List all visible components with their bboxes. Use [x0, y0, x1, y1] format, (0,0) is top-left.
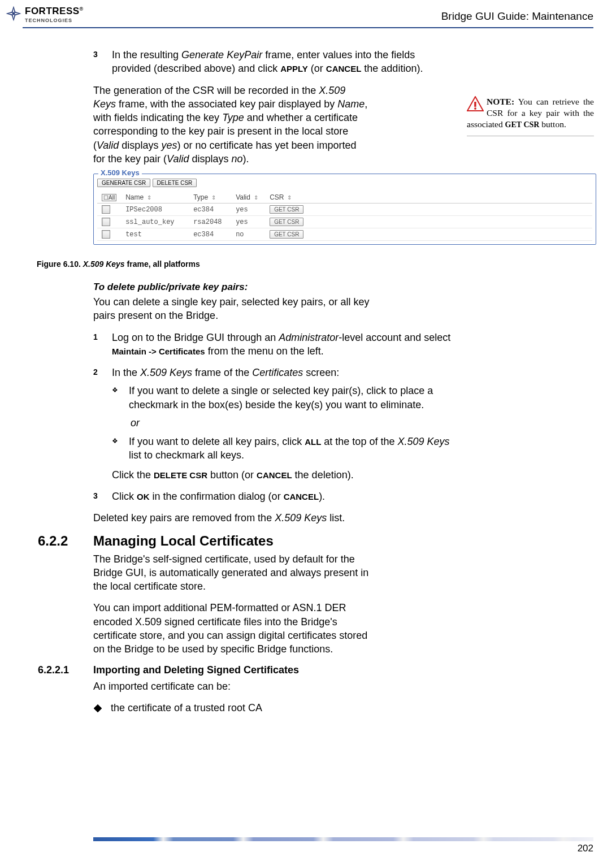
table-row: ssl_auto_key rsa2048 yes GET CSR	[97, 216, 592, 228]
get-csr-button[interactable]: GET CSR	[270, 218, 303, 226]
figure-caption: Figure 6.10. X.509 Keys frame, all platf…	[37, 259, 200, 269]
get-csr-button[interactable]: GET CSR	[270, 205, 303, 214]
delete-step-3: 3 Click OK in the confirmation dialog (o…	[93, 490, 455, 503]
cell-name: IPSec2008	[121, 204, 189, 216]
cell-name: ssl_auto_key	[121, 216, 189, 228]
step-number: 1	[93, 331, 112, 358]
footer-gradient-bar	[93, 837, 593, 841]
step-text: Click OK in the confirmation dialog (or …	[112, 490, 455, 503]
sub-bullet-1: ❖ If you want to delete a single or sele…	[112, 384, 455, 412]
section-number: 6.2.2	[38, 533, 68, 549]
step-number: 3	[93, 48, 112, 76]
bullet-icon: ❖	[112, 384, 129, 412]
column-csr-header[interactable]: CSR	[270, 193, 284, 201]
cell-type: ec384	[189, 204, 231, 216]
x509-keys-fieldset: X.509 Keys GENERATE CSR DELETE CSR ☐All …	[93, 174, 596, 245]
delete-final-para: Deleted key pairs are removed from the X…	[93, 511, 455, 525]
delete-step-1: 1 Log on to the Bridge GUI through an Ad…	[93, 331, 455, 358]
row-checkbox[interactable]	[102, 205, 110, 214]
get-csr-button[interactable]: GET CSR	[270, 230, 303, 239]
page-header-title: Bridge GUI Guide: Maintenance	[441, 10, 593, 23]
page-number: 202	[578, 843, 593, 854]
cell-name: test	[121, 228, 189, 241]
or-separator: or	[131, 417, 455, 429]
click-delete-para: Click the DELETE CSR button (or CANCEL t…	[112, 468, 455, 482]
delete-step-2: 2 In the X.509 Keys frame of the Certifi…	[93, 366, 455, 379]
delete-intro-para: You can delete a single key pair, select…	[93, 295, 370, 323]
svg-point-2	[12, 12, 15, 15]
fortress-logo-icon	[5, 5, 23, 25]
fieldset-legend: X.509 Keys	[98, 168, 142, 177]
step-text: In the X.509 Keys frame of the Certifica…	[112, 366, 455, 379]
sub-bullet-2: ❖ If you want to delete all key pairs, c…	[112, 435, 455, 462]
row-checkbox[interactable]	[102, 218, 110, 226]
cell-valid: yes	[231, 216, 265, 228]
bullet-icon: ❖	[112, 435, 129, 462]
sec622-para1: The Bridge's self-signed certificate, us…	[93, 552, 370, 594]
subsection-number: 6.2.2.1	[38, 664, 69, 676]
svg-rect-4	[474, 102, 476, 107]
select-all-checkbox[interactable]: ☐All	[102, 194, 116, 201]
cell-valid: no	[231, 228, 265, 241]
brand-logo: FORTRESS® TECHNOLOGIES	[5, 5, 84, 25]
column-name-header[interactable]: Name	[125, 193, 144, 201]
x509-keys-figure: X.509 Keys GENERATE CSR DELETE CSR ☐All …	[93, 174, 596, 245]
table-row: test ec384 no GET CSR	[97, 228, 592, 241]
step-3: 3 In the resulting Generate KeyPair fram…	[93, 48, 455, 76]
row-checkbox[interactable]	[102, 230, 110, 239]
step-text: Log on to the Bridge GUI through an Admi…	[112, 331, 455, 358]
step-text: In the resulting Generate KeyPair frame,…	[112, 48, 455, 76]
delete-keypairs-heading: To delete public/private key pairs:	[93, 282, 455, 293]
logo-text: FORTRESS® TECHNOLOGIES	[25, 7, 84, 23]
column-valid-header[interactable]: Valid	[236, 193, 250, 201]
table-row: IPSec2008 ec384 yes GET CSR	[97, 204, 592, 216]
cell-valid: yes	[231, 204, 265, 216]
section-6-2-2-1-heading: 6.2.2.1 Importing and Deleting Signed Ce…	[93, 664, 455, 676]
column-type-header[interactable]: Type	[193, 193, 208, 201]
svg-point-5	[474, 107, 476, 110]
generate-csr-button[interactable]: GENERATE CSR	[97, 179, 150, 187]
sec6221-para1: An imported certificate can be:	[93, 680, 455, 693]
diamond-bullet-icon	[94, 704, 102, 712]
note-callout: NOTE: You can re­trieve the CSR for a ke…	[467, 96, 594, 136]
cell-type: rsa2048	[189, 216, 231, 228]
cell-type: ec384	[189, 228, 231, 241]
sec622-para2: You can import additional PEM-formatted …	[93, 601, 370, 656]
delete-csr-button[interactable]: DELETE CSR	[153, 179, 197, 187]
x509-keys-table: ☐All Name⇕ Type⇕ Valid⇕ CSR⇕ IPSec2008 e…	[97, 192, 592, 241]
paragraph-csr-record: The generation of the CSR will be record…	[93, 84, 370, 166]
header-rule	[23, 27, 593, 28]
step-number: 2	[93, 366, 112, 379]
warning-info-icon	[467, 96, 484, 114]
section-6-2-2-heading: 6.2.2 Managing Local Certificates	[93, 533, 455, 549]
sec6221-bullet-1: the certificate of a trusted root CA	[93, 701, 455, 715]
step-number: 3	[93, 490, 112, 503]
